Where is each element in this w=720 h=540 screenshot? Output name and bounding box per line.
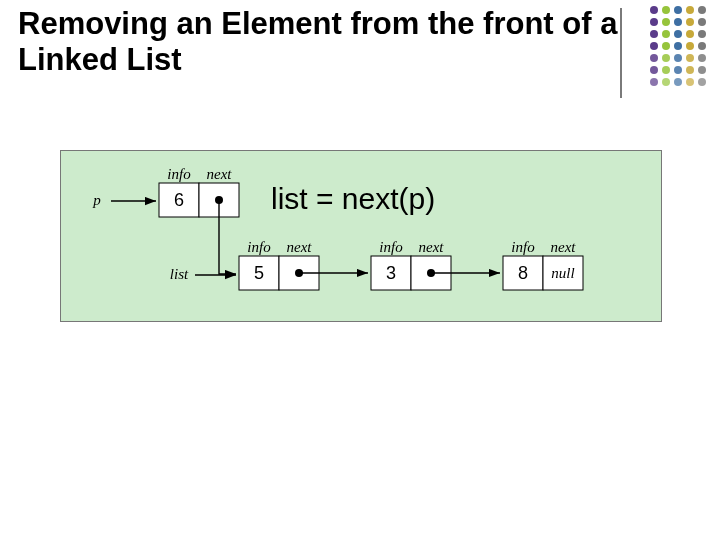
label-list: list bbox=[170, 266, 189, 282]
label-next-1: next bbox=[287, 239, 313, 255]
label-info-3: info bbox=[511, 239, 535, 255]
diagram-svg: p info next 6 list = next(p) list info n… bbox=[61, 151, 661, 321]
label-info-1: info bbox=[247, 239, 271, 255]
node-3-value: 8 bbox=[518, 263, 528, 283]
title-underline bbox=[18, 104, 620, 105]
label-info-0: info bbox=[167, 166, 191, 182]
label-next-2: next bbox=[419, 239, 445, 255]
label-next-3: next bbox=[551, 239, 577, 255]
linked-list-diagram: p info next 6 list = next(p) list info n… bbox=[60, 150, 662, 322]
label-p: p bbox=[92, 192, 101, 208]
code-expression: list = next(p) bbox=[271, 182, 435, 215]
title-divider bbox=[620, 8, 622, 98]
corner-dots bbox=[650, 6, 708, 88]
label-info-2: info bbox=[379, 239, 403, 255]
node-2-value: 3 bbox=[386, 263, 396, 283]
label-next-0: next bbox=[207, 166, 233, 182]
node-1-value: 5 bbox=[254, 263, 264, 283]
node-3-null: null bbox=[551, 265, 574, 281]
node-0-value: 6 bbox=[174, 190, 184, 210]
page-title: Removing an Element from the front of a … bbox=[18, 6, 618, 77]
